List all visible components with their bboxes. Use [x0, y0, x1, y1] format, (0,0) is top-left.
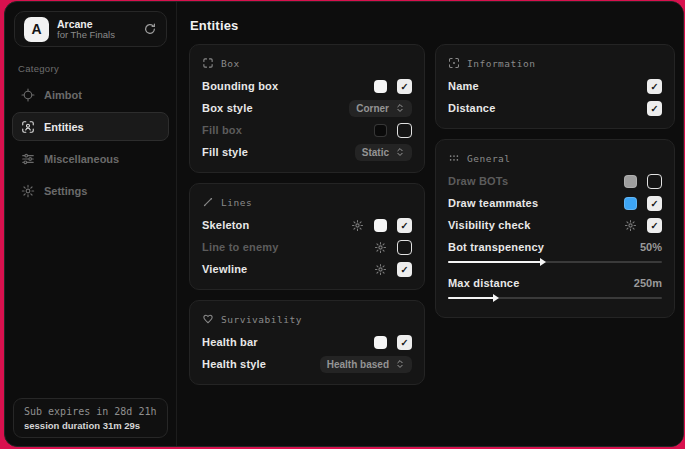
- refresh-icon[interactable]: [143, 22, 157, 36]
- color-swatch[interactable]: [374, 336, 387, 349]
- sidebar-item-label: Aimbot: [44, 89, 82, 101]
- row-label: Visibility check: [448, 219, 530, 231]
- row-label: Skeleton: [202, 219, 249, 231]
- slider-track-max-distance[interactable]: [448, 293, 662, 302]
- row-controls: [374, 123, 412, 138]
- diagonal-line-icon: [202, 196, 214, 208]
- panel-information: InformationName✓Distance✓: [435, 44, 675, 129]
- checkbox-viewline[interactable]: ✓: [397, 262, 412, 277]
- crosshair-icon: [21, 88, 35, 102]
- checkbox-draw-teammates[interactable]: ✓: [647, 196, 662, 211]
- row-box-style: Box styleCorner: [202, 97, 412, 119]
- sidebar-item-miscellaneous[interactable]: Miscellaneous: [12, 144, 169, 173]
- checkbox-distance[interactable]: ✓: [647, 101, 662, 116]
- row-label: Line to enemy: [202, 241, 279, 253]
- gear-icon: [21, 184, 35, 198]
- row-label: Draw BOTs: [448, 175, 508, 187]
- row-controls: ✓: [351, 218, 412, 233]
- row-controls: ✓: [374, 335, 412, 350]
- row-controls: ✓: [647, 79, 662, 94]
- checkbox-name[interactable]: ✓: [647, 79, 662, 94]
- brand-text: Arcane for The Finals: [57, 18, 135, 41]
- checkbox-health-bar[interactable]: ✓: [397, 335, 412, 350]
- sidebar-nav: AimbotEntitiesMiscellaneousSettings: [5, 80, 176, 205]
- checkbox-visibility-check[interactable]: ✓: [647, 218, 662, 233]
- subscription-card: Sub expires in 28d 21h session duration …: [13, 398, 168, 438]
- row-label: Draw teammates: [448, 197, 538, 209]
- checkbox-fill-box[interactable]: [397, 123, 412, 138]
- panel-columns: BoxBounding box✓Box styleCornerFill boxF…: [177, 44, 683, 385]
- select-health-style[interactable]: Health based: [320, 356, 412, 373]
- color-swatch[interactable]: [624, 197, 637, 210]
- row-line-to-enemy: Line to enemy: [202, 236, 412, 258]
- color-swatch[interactable]: [374, 80, 387, 93]
- panel-survivability: SurvivabilityHealth bar✓Health styleHeal…: [189, 300, 425, 385]
- checkbox-draw-bots[interactable]: [647, 174, 662, 189]
- row-fill-style: Fill styleStatic: [202, 141, 412, 163]
- sidebar-item-settings[interactable]: Settings: [12, 176, 169, 205]
- grid-dots-icon: [448, 152, 460, 164]
- slider-label: Max distance: [448, 277, 519, 289]
- row-controls: ✓: [647, 101, 662, 116]
- select-fill-style[interactable]: Static: [355, 144, 412, 161]
- gear-mini-icon[interactable]: [624, 219, 637, 232]
- panel-header: Information: [448, 57, 662, 69]
- row-label: Fill box: [202, 124, 242, 136]
- row-label: Box style: [202, 102, 253, 114]
- row-name: Name✓: [448, 75, 662, 97]
- sliders-icon: [21, 152, 35, 166]
- sidebar-item-aimbot[interactable]: Aimbot: [12, 80, 169, 109]
- heart-icon: [202, 313, 214, 325]
- app-window: A Arcane for The Finals Category AimbotE…: [4, 1, 684, 447]
- panel-title: Box: [221, 58, 240, 69]
- checkbox-skeleton[interactable]: ✓: [397, 218, 412, 233]
- row-skeleton: Skeleton✓: [202, 214, 412, 236]
- brand-card: A Arcane for The Finals: [14, 11, 167, 47]
- panel-title: Survivability: [221, 314, 302, 325]
- row-draw-bots: Draw BOTs: [448, 170, 662, 192]
- sidebar-item-label: Settings: [44, 185, 87, 197]
- row-controls: Corner: [349, 100, 412, 117]
- sub-expiry-text: Sub expires in 28d 21h: [24, 406, 157, 417]
- row-draw-teammates: Draw teammates✓: [448, 192, 662, 214]
- row-fill-box: Fill box: [202, 119, 412, 141]
- sidebar-item-entities[interactable]: Entities: [12, 112, 169, 141]
- row-controls: ✓: [374, 262, 412, 277]
- select-value: Static: [362, 147, 389, 158]
- gear-mini-icon[interactable]: [374, 263, 387, 276]
- gear-mini-icon[interactable]: [374, 241, 387, 254]
- right-column: InformationName✓Distance✓GeneralDraw BOT…: [435, 44, 675, 318]
- scan-person-icon: [21, 120, 35, 134]
- row-controls: [374, 240, 412, 255]
- slider-track-bot-transpenency[interactable]: [448, 257, 662, 266]
- row-bounding-box: Bounding box✓: [202, 75, 412, 97]
- chevrons-up-down-icon: [395, 359, 405, 369]
- slider-label: Bot transpenency: [448, 241, 544, 253]
- gear-mini-icon[interactable]: [351, 219, 364, 232]
- color-swatch[interactable]: [374, 219, 387, 232]
- panel-title: Lines: [221, 197, 252, 208]
- checkbox-line-to-enemy[interactable]: [397, 240, 412, 255]
- panel-general: GeneralDraw BOTsDraw teammates✓Visibilit…: [435, 139, 675, 318]
- session-duration-text: session duration 31m 29s: [24, 420, 157, 431]
- color-swatch[interactable]: [624, 175, 637, 188]
- panel-lines: LinesSkeleton✓Line to enemyViewline✓: [189, 183, 425, 290]
- main-content: Entities BoxBounding box✓Box styleCorner…: [177, 2, 683, 446]
- checkbox-bounding-box[interactable]: ✓: [397, 79, 412, 94]
- sidebar: A Arcane for The Finals Category AimbotE…: [5, 2, 177, 446]
- brand-subtitle: for The Finals: [57, 30, 135, 41]
- slider-thumb[interactable]: [493, 294, 499, 302]
- select-value: Health based: [327, 359, 389, 370]
- slider-row-bot-transpenency: Bot transpenency50%: [448, 236, 662, 272]
- row-label: Health style: [202, 358, 266, 370]
- sidebar-item-label: Entities: [44, 121, 84, 133]
- row-label: Fill style: [202, 146, 248, 158]
- chevrons-up-down-icon: [395, 147, 405, 157]
- slider-value: 50%: [640, 241, 662, 253]
- row-viewline: Viewline✓: [202, 258, 412, 280]
- color-swatch[interactable]: [374, 124, 387, 137]
- panel-box: BoxBounding box✓Box styleCornerFill boxF…: [189, 44, 425, 173]
- slider-thumb[interactable]: [540, 258, 546, 266]
- select-box-style[interactable]: Corner: [349, 100, 412, 117]
- panel-header: Box: [202, 57, 412, 69]
